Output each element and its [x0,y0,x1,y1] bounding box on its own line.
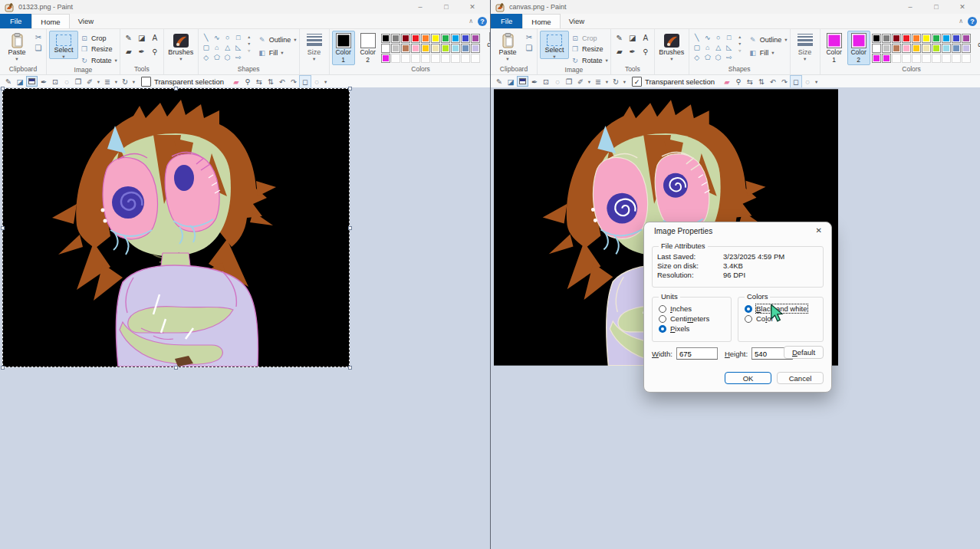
edit-colors-button[interactable]: Edit colors [973,31,980,48]
cut-icon[interactable]: ✂ [33,33,44,41]
palette-empty-slot[interactable] [952,54,961,63]
radio-icon[interactable] [659,325,666,333]
pencil-icon[interactable]: ✎ [613,34,626,47]
crop-icon[interactable]: ⊡ [541,76,551,87]
polygon-shape[interactable]: ⌂ [212,43,222,53]
palette-swatch[interactable] [912,34,921,43]
palette-swatch[interactable] [381,34,390,43]
crop-icon[interactable]: ⊡ [50,76,61,87]
rotate-left-icon[interactable]: ↶ [277,76,288,87]
resize-icon[interactable]: ❐ [564,76,574,87]
shapes-scroll-more[interactable]: ▿ [736,48,744,53]
right-triangle-shape[interactable]: ◺ [724,43,735,53]
rotate-icon[interactable]: ↻ [120,76,130,87]
caret[interactable]: ▾ [622,76,627,87]
palette-swatch[interactable] [872,44,881,53]
palette-empty-slot[interactable] [892,54,901,63]
transparent-selection-checkbox[interactable] [141,77,151,87]
resize-button[interactable]: ❐ Resize [80,44,117,55]
collapse-ribbon-icon[interactable]: ∧ [469,18,473,25]
palette-empty-slot[interactable] [962,54,971,63]
select-rect-icon[interactable]: ◻ [791,76,801,87]
caret[interactable]: ▾ [604,76,610,87]
dialog-close-icon[interactable]: ✕ [816,226,822,235]
magnifier-icon[interactable]: ⚲ [242,76,253,87]
flip-horizontal-icon[interactable]: ⇆ [745,76,755,87]
units-radio[interactable]: Pixels [659,324,731,334]
triangle-shape[interactable]: △ [222,43,233,53]
pencil-icon[interactable]: ✎ [494,76,505,87]
select-free-icon[interactable]: ◌ [311,76,322,87]
curve-shape[interactable]: ∿ [702,33,713,43]
palette-swatch[interactable] [411,44,420,53]
help-icon[interactable]: ? [478,17,487,26]
minimize-button[interactable]: – [897,0,923,14]
colors-radio[interactable]: Black and white [745,304,823,314]
hexagon-shape[interactable]: ⬡ [222,53,233,63]
resize-button[interactable]: ❐ Resize [571,44,608,55]
palette-swatch[interactable] [892,44,901,53]
palette-empty-slot[interactable] [902,54,911,63]
paste-button[interactable]: Paste ▾ [2,31,31,61]
magnifier-icon[interactable]: ⚲ [149,48,161,61]
help-icon[interactable]: ? [968,17,977,26]
size-button[interactable]: Size ▾ [302,31,327,61]
palette-empty-slot[interactable] [431,54,440,63]
transparent-selection-checkbox[interactable] [632,77,642,87]
palette-swatch[interactable] [401,44,410,53]
palette-swatch[interactable] [381,54,390,63]
polygon-shape[interactable]: ⌂ [702,43,713,53]
tab-home[interactable]: Home [522,14,560,28]
units-radio[interactable]: Inches [659,304,731,314]
rotate-button[interactable]: ↻ Rotate▾ [571,55,608,66]
palette-swatch[interactable] [892,34,901,43]
palette-swatch[interactable] [952,44,961,53]
rectangle-shape[interactable]: □ [724,33,735,43]
curve-shape[interactable]: ∿ [212,33,222,43]
brushes-dropdown-caret[interactable]: ▾ [179,57,182,61]
palette-swatch[interactable] [421,44,430,53]
eraser-icon[interactable]: ▰ [722,76,732,87]
select-button[interactable]: Select ▾ [49,31,78,59]
palette-empty-slot[interactable] [421,54,430,63]
eyedropper-icon[interactable]: ✒ [38,76,49,87]
palette-empty-slot[interactable] [922,54,931,63]
ellipse-shape[interactable]: ○ [713,33,724,43]
palette-swatch[interactable] [962,44,971,53]
line-shape[interactable]: ╲ [692,33,702,43]
rotate-right-icon[interactable]: ↷ [288,76,299,87]
palette-swatch[interactable] [411,34,420,43]
arrow-shape[interactable]: ⇨ [233,53,244,63]
palette-swatch[interactable] [431,44,440,53]
select-free-icon[interactable]: ◌ [802,76,813,87]
palette-swatch[interactable] [451,34,460,43]
palette-swatch[interactable] [872,34,881,43]
more-caret[interactable]: ▾ [323,76,328,87]
outline-button[interactable]: ✎ Outline▾ [258,35,297,45]
size-icon[interactable]: ≣ [102,76,113,87]
tab-home[interactable]: Home [31,14,69,28]
canvas[interactable] [3,89,349,367]
cancel-button[interactable]: Cancel [777,372,824,384]
palette-swatch[interactable] [461,34,470,43]
paste-dropdown-caret[interactable]: ▾ [506,57,508,61]
palette-empty-slot[interactable] [932,54,941,63]
pentagon-shape[interactable]: ⬠ [212,53,222,63]
selection-handle[interactable] [1,226,5,230]
palette-empty-slot[interactable] [451,54,460,63]
rectangle-shape[interactable]: □ [233,33,244,43]
shapes-scroll-up[interactable]: ▴ [736,34,744,39]
palette-swatch[interactable] [912,44,921,53]
selection-handle[interactable] [1,87,5,90]
fill-icon[interactable]: ◪ [626,34,639,47]
color1-button[interactable]: Color 1 [823,31,846,65]
select-button[interactable]: Select ▾ [540,31,569,59]
palette-empty-slot[interactable] [441,54,450,63]
eyedropper-icon[interactable]: ✒ [529,76,540,87]
brushes-button[interactable]: Brushes ▾ [166,31,196,61]
resize-icon[interactable]: ❐ [73,76,84,87]
palette-empty-slot[interactable] [942,54,951,63]
colors-radio[interactable]: Color [745,314,823,324]
select-rect-icon[interactable]: ◻ [300,76,311,87]
tab-view[interactable]: View [70,14,102,28]
